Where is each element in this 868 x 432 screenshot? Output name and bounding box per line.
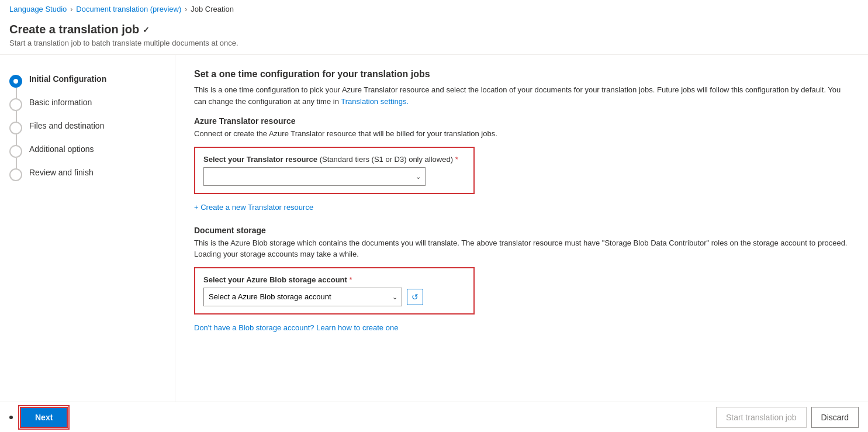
main-section-desc: This is a one time configuration to pick…: [194, 84, 849, 107]
refresh-storage-button[interactable]: ↺: [407, 289, 423, 305]
create-resource-link-row: + Create a new Translator resource: [194, 202, 849, 212]
blob-select-row: Select a Azure Blob storage account ⌄ ↺: [203, 288, 465, 306]
blob-select-wrapper: Select a Azure Blob storage account ⌄: [203, 288, 402, 306]
title-checkmark-icon[interactable]: ✓: [143, 25, 150, 34]
no-blob-account-link[interactable]: Don't have a Blob storage account? Learn…: [194, 323, 398, 332]
document-storage-desc: This is the Azure Blob storage which con…: [194, 237, 849, 260]
main-desc-text-1: This is a one time configuration to pick…: [194, 85, 841, 106]
page-header: Create a translation job ✓ Start a trans…: [0, 18, 868, 55]
translator-resource-select[interactable]: [203, 167, 426, 186]
step-circle-basic: [9, 98, 22, 111]
sidebar: Initial Configuration Basic information …: [0, 55, 175, 423]
document-storage-section: Document storage This is the Azure Blob …: [194, 226, 849, 332]
step-label-additional: Additional options: [29, 144, 94, 155]
step-circle-initial: [9, 75, 22, 88]
blob-storage-field-group: Select your Azure Blob storage account *…: [194, 267, 475, 315]
svg-point-0: [13, 79, 18, 84]
footer-bar: Next Start translation job Discard: [0, 402, 868, 423]
translator-resource-required: *: [455, 155, 458, 164]
content-area: Set a one time configuration for your tr…: [175, 55, 868, 423]
main-layout: Initial Configuration Basic information …: [0, 55, 868, 423]
next-button[interactable]: Next: [20, 407, 68, 423]
step-files-destination[interactable]: Files and destination: [9, 116, 165, 139]
main-section-title: Set a one time configuration for your tr…: [194, 69, 849, 80]
footer-right-actions: Start translation job Discard: [716, 407, 859, 423]
refresh-icon: ↺: [411, 292, 419, 302]
breadcrumb-doc-translation[interactable]: Document translation (preview): [76, 5, 181, 13]
create-translator-resource-link[interactable]: + Create a new Translator resource: [194, 203, 313, 212]
step-basic-information[interactable]: Basic information: [9, 92, 165, 116]
no-account-link-row: Don't have a Blob storage account? Learn…: [194, 323, 849, 332]
breadcrumb-sep-2: ›: [185, 5, 187, 13]
step-circle-additional: [9, 145, 22, 158]
step-initial-configuration[interactable]: Initial Configuration: [9, 69, 165, 92]
start-translation-button: Start translation job: [716, 407, 807, 423]
blob-storage-required: *: [349, 275, 352, 284]
page-title-text: Create a translation job: [9, 23, 139, 36]
breadcrumb: Language Studio › Document translation (…: [0, 0, 868, 18]
azure-resource-title: Azure Translator resource: [194, 116, 849, 126]
azure-translator-section: Azure Translator resource Connect or cre…: [194, 116, 849, 212]
breadcrumb-current: Job Creation: [191, 5, 234, 13]
step-circle-review: [9, 168, 22, 181]
blob-storage-label: Select your Azure Blob storage account *: [203, 275, 465, 284]
blob-storage-label-text: Select your Azure Blob storage account: [203, 275, 347, 284]
step-additional-options[interactable]: Additional options: [9, 139, 165, 163]
dot-indicator: [9, 416, 13, 419]
step-label-initial: Initial Configuration: [29, 74, 106, 85]
blob-storage-select[interactable]: Select a Azure Blob storage account: [203, 288, 402, 306]
step-label-basic: Basic information: [29, 97, 92, 109]
translation-settings-link[interactable]: Translation settings.: [341, 97, 409, 106]
step-label-review: Review and finish: [29, 167, 94, 179]
translator-resource-field-group: Select your Translator resource (Standar…: [194, 147, 475, 194]
discard-button[interactable]: Discard: [811, 407, 859, 423]
document-storage-title: Document storage: [194, 226, 849, 235]
breadcrumb-sep-1: ›: [70, 5, 72, 13]
step-review-finish[interactable]: Review and finish: [9, 163, 165, 186]
step-circle-files: [9, 122, 22, 134]
translator-resource-label: Select your Translator resource (Standar…: [203, 155, 465, 164]
translator-resource-select-wrapper: ⌄: [203, 167, 426, 186]
azure-resource-desc: Connect or create the Azure Translator r…: [194, 128, 849, 140]
page-subtitle: Start a translation job to batch transla…: [9, 39, 859, 47]
breadcrumb-language-studio[interactable]: Language Studio: [9, 5, 67, 13]
step-label-files: Files and destination: [29, 120, 104, 132]
translator-resource-label-text: Select your Translator resource: [203, 155, 317, 164]
translator-resource-hint: (Standard tiers (S1 or D3) only allowed): [317, 155, 453, 164]
